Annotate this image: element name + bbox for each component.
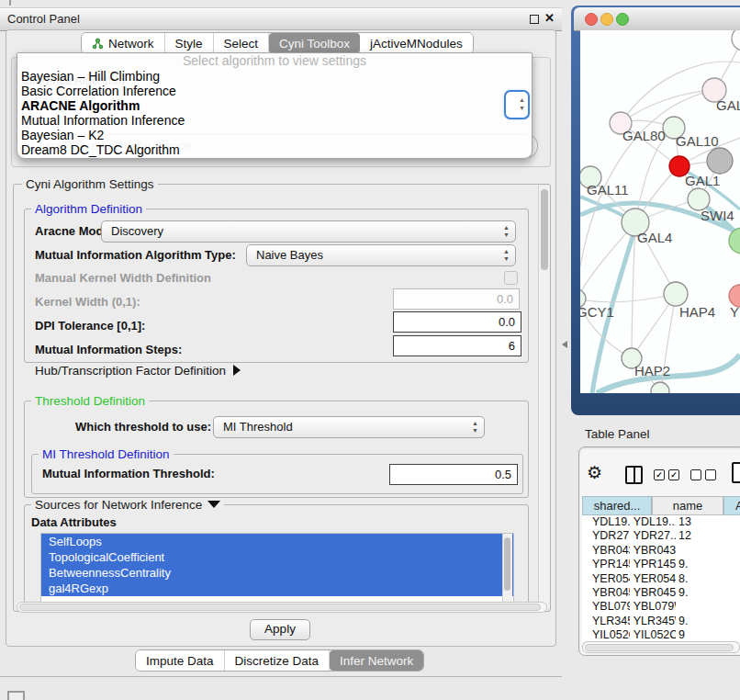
kernel-width-field[interactable]: 0.0 — [393, 288, 520, 310]
close-icon[interactable]: ✕ — [544, 11, 555, 25]
manual-kernel-label: Manual Kernel Width Definition — [35, 270, 211, 287]
table-body: YDL19...YDL19...13YDR27...YDR27...12YBR0… — [582, 515, 740, 641]
mi-threshold-label: Mutual Information Threshold: — [42, 466, 215, 482]
tab-select[interactable]: Select — [214, 33, 270, 53]
node-label-gal11: GAL11 — [587, 182, 629, 198]
table-header: shared...nameA — [582, 496, 740, 515]
tab-cyni-toolbox[interactable]: Cyni Toolbox — [269, 33, 360, 53]
unchecked-box-icon — [690, 469, 701, 480]
table-cell: YER054C — [630, 572, 676, 586]
settings-scrollbar[interactable] — [538, 186, 549, 608]
table-row[interactable]: YBR043CYBR043C — [582, 544, 740, 558]
algorithm-option-basic-correlation-inference[interactable]: Basic Correlation Inference — [17, 84, 532, 98]
mi-steps-label: Mutual Information Steps: — [35, 342, 182, 358]
table-row[interactable]: YDR27...YDR27...12 — [582, 529, 740, 543]
tab-network[interactable]: Network — [82, 33, 165, 53]
checked-box-icon: ✓ — [654, 469, 665, 480]
algorithm-option-bayesian-k2[interactable]: Bayesian – K2 — [17, 128, 532, 142]
table-cell: YBR045C — [582, 586, 630, 600]
mi-type-combo[interactable]: Naive Bayes ▲▼ — [246, 244, 516, 266]
aracne-mode-value: Discovery — [111, 224, 163, 238]
settings-horizontal-scrollbar[interactable] — [17, 602, 547, 613]
list-scrollbar[interactable] — [502, 534, 512, 602]
which-threshold-combo[interactable]: MI Threshold ▲▼ — [213, 416, 485, 438]
mac-minimize-icon[interactable] — [600, 13, 613, 26]
table-cell: YPR145W — [582, 558, 630, 571]
focused-combo-fragment[interactable]: ▲▼ — [504, 90, 530, 119]
tab-discretize-data[interactable]: Discretize Data — [225, 650, 331, 671]
popup-hint: Select algorithm to view settings — [17, 53, 532, 69]
manual-kernel-checkbox[interactable] — [504, 271, 518, 285]
table-row[interactable]: YLR345WYLR345W9. — [582, 615, 740, 628]
show-columns-icon[interactable]: ✓ ✓ — [654, 469, 679, 480]
column-header-shared[interactable]: shared... — [582, 496, 652, 515]
float-window-icon[interactable] — [530, 15, 539, 24]
mi-type-label: Mutual Information Algorithm Type: — [35, 247, 236, 264]
hub-definition-label: Hub/Transcription Factor Definition — [35, 364, 226, 378]
tab-style[interactable]: Style — [165, 33, 214, 53]
data-attribute-topologicalcoefficient[interactable]: TopologicalCoefficient — [41, 549, 513, 565]
columns-icon[interactable] — [625, 466, 643, 484]
mac-zoom-icon[interactable] — [616, 13, 629, 26]
network-edge[interactable] — [580, 294, 676, 302]
tab-impute-data[interactable]: Impute Data — [136, 650, 225, 671]
hub-definition-toggle[interactable]: Hub/Transcription Factor Definition — [35, 364, 241, 378]
algorithm-definition-title: Algorithm Definition — [31, 202, 146, 216]
table-hscroll-thumb[interactable] — [585, 644, 734, 651]
mi-steps-field[interactable]: 6 — [393, 335, 521, 356]
network-node[interactable] — [664, 282, 688, 306]
kernel-width-label: Kernel Width (0,1): — [35, 294, 140, 310]
algorithm-option-dream8-dc-tdc-algorithm[interactable]: Dream8 DC_TDC Algorithm — [17, 142, 532, 157]
table-row[interactable]: YDL19...YDL19...13 — [582, 515, 740, 529]
table-row[interactable]: YIL052CYIL052C9 — [582, 628, 740, 641]
data-attribute-selfloops[interactable]: SelfLoops — [41, 534, 513, 549]
network-canvas[interactable]: GALGAL80GAL10GAL1GAL11SWI4GAL4GCY1HAP4YH… — [580, 30, 740, 393]
table-cell: YBL079W — [630, 600, 676, 614]
network-window-titlebar[interactable] — [574, 7, 740, 31]
settings-hscroll-thumb[interactable] — [19, 604, 541, 611]
collapse-down-icon — [207, 501, 220, 508]
sources-group-title[interactable]: Sources for Network Inference — [31, 498, 224, 512]
export-table-icon[interactable] — [732, 462, 740, 483]
algorithm-option-bayesian-hill-climbing[interactable]: Bayesian – Hill Climbing — [17, 69, 532, 84]
table-cell — [676, 544, 740, 558]
network-node[interactable] — [732, 30, 740, 51]
data-attribute-gal4rgexp[interactable]: gal4RGexp — [41, 581, 513, 596]
splitter-collapse-icon[interactable] — [562, 341, 567, 348]
algorithm-option-mutual-information-inference[interactable]: Mutual Information Inference — [17, 113, 532, 128]
table-row[interactable]: YBL079WYBL079W — [582, 600, 740, 614]
collapsed-panel-icon[interactable] — [7, 691, 25, 700]
algorithm-option-aracne-algorithm[interactable]: ARACNE Algorithm — [17, 98, 532, 113]
tab-label: jActiveMNodules — [370, 37, 463, 51]
settings-scrollbar-thumb[interactable] — [541, 189, 548, 270]
tab-jactivemnodules[interactable]: jActiveMNodules — [360, 33, 473, 53]
node-label-gal80: GAL80 — [622, 128, 666, 143]
combo-arrows-icon: ▲▼ — [472, 420, 478, 435]
data-attribute-betweennesscentrality[interactable]: BetweennessCentrality — [41, 565, 513, 581]
column-header-a[interactable]: A — [723, 496, 740, 515]
column-header-name[interactable]: name — [652, 496, 723, 515]
table-cell — [676, 600, 740, 614]
top-edge-tick — [9, 0, 11, 6]
list-scrollbar-thumb[interactable] — [504, 537, 510, 591]
table-cell: YBR045C — [630, 586, 676, 600]
network-node[interactable] — [707, 148, 733, 174]
table-row[interactable]: YPR145WYPR145W9. — [582, 558, 740, 571]
dpi-tolerance-field[interactable]: 0.0 — [393, 311, 521, 333]
hide-columns-icon[interactable] — [690, 469, 716, 480]
aracne-mode-combo[interactable]: Discovery ▲▼ — [101, 220, 516, 243]
tab-bar: NetworkStyleSelectCyni ToolboxjActiveMNo… — [81, 32, 474, 54]
mac-close-icon[interactable] — [585, 13, 598, 26]
table-cell: YDL19... — [630, 515, 676, 529]
tab-infer-network[interactable]: Infer Network — [330, 650, 423, 671]
table-row[interactable]: YBR045CYBR045C9. — [582, 586, 740, 600]
mi-threshold-field[interactable]: 0.5 — [389, 464, 518, 485]
mi-type-value: Naive Bayes — [256, 248, 323, 262]
apply-button[interactable]: Apply — [250, 619, 310, 640]
data-attributes-label: Data Attributes — [31, 514, 117, 531]
data-attributes-list: SelfLoopsTopologicalCoefficientBetweenne… — [40, 533, 514, 604]
table-cell: YBR043C — [630, 544, 676, 558]
table-horizontal-scrollbar[interactable] — [582, 641, 740, 653]
gear-icon[interactable]: ⚙ — [587, 463, 602, 483]
table-row[interactable]: YER054CYER054C8. — [582, 572, 740, 586]
